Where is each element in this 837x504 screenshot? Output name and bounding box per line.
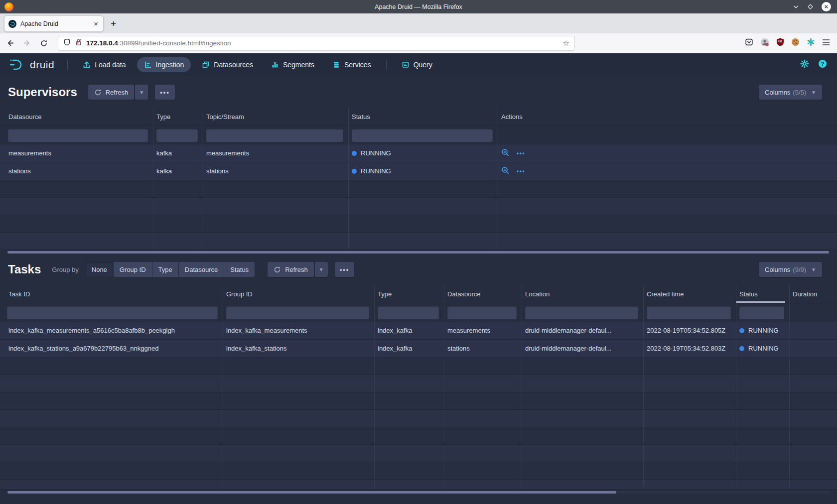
nav-item-query[interactable]: Query xyxy=(395,57,439,72)
supervisor-datasource-filter-input[interactable] xyxy=(8,129,148,142)
supervisor-status-filter-input[interactable] xyxy=(352,129,493,142)
supervisor-row[interactable]: stations kafka stations RUNNING ••• xyxy=(0,162,837,180)
column-header-type[interactable]: Type xyxy=(153,108,203,126)
tab-title: Apache Druid xyxy=(20,20,93,27)
empty-row xyxy=(0,375,837,392)
group-by-datasource-button[interactable]: Datasource xyxy=(179,262,224,277)
column-header-datasource[interactable]: Datasource xyxy=(0,108,153,126)
tracking-shield-icon[interactable] xyxy=(63,38,71,48)
supervisors-more-button[interactable]: ••• xyxy=(155,85,175,100)
empty-row xyxy=(0,480,837,490)
tab-apache-druid[interactable]: Apache Druid × xyxy=(4,15,104,32)
status-text: RUNNING xyxy=(361,167,391,175)
status-text: RUNNING xyxy=(748,345,779,352)
nav-item-segments[interactable]: Segments xyxy=(264,57,321,72)
ingestion-icon xyxy=(144,61,152,69)
task-row[interactable]: index_kafka_stations_a9a679b22795b63_nnk… xyxy=(0,340,837,358)
columns-count: (5/5) xyxy=(793,89,806,96)
supervisor-row[interactable]: measurements kafka measurements RUNNING … xyxy=(0,144,837,162)
task-id-filter-input[interactable] xyxy=(7,306,218,319)
tasks-columns-button[interactable]: Columns (9/9) ▼ xyxy=(759,262,822,277)
supervisors-columns-button[interactable]: Columns (5/5) ▼ xyxy=(759,85,822,100)
navbar-divider xyxy=(386,59,387,70)
druid-logo[interactable]: druid xyxy=(0,58,61,71)
column-header-task-id[interactable]: Task ID xyxy=(0,285,223,303)
task-status-filter-input[interactable] xyxy=(739,306,784,319)
tasks-more-button[interactable]: ••• xyxy=(335,262,355,277)
extension-asterisk-icon[interactable] xyxy=(807,38,815,48)
empty-row xyxy=(0,198,837,215)
pocket-icon[interactable] xyxy=(745,38,753,48)
refresh-icon xyxy=(274,266,281,273)
group-by-status-button[interactable]: Status xyxy=(224,262,255,277)
ublock-icon[interactable]: UO xyxy=(776,38,784,48)
account-icon[interactable] xyxy=(760,38,769,49)
task-id: index_kafka_stations_a9a679b22795b63_nnk… xyxy=(8,345,158,352)
task-group-id: index_kafka_stations xyxy=(226,345,286,352)
window-maximize-icon[interactable] xyxy=(807,3,814,10)
menu-hamburger-icon[interactable] xyxy=(822,39,830,48)
supervisors-refresh-button[interactable]: Refresh xyxy=(88,85,135,100)
column-header-datasource[interactable]: Datasource xyxy=(444,285,522,303)
firefox-window: Apache Druid — Mozilla Firefox Apache Dr… xyxy=(0,0,837,504)
supervisors-refresh-dropdown-button[interactable]: ▼ xyxy=(135,85,148,100)
task-location-filter-input[interactable] xyxy=(525,306,638,319)
columns-count: (9/9) xyxy=(793,266,806,273)
reload-icon[interactable] xyxy=(37,36,51,50)
new-tab-button[interactable]: + xyxy=(111,18,116,29)
tab-close-icon[interactable]: × xyxy=(93,19,99,28)
datasources-icon xyxy=(202,61,210,69)
column-header-group-id[interactable]: Group ID xyxy=(223,285,375,303)
insecure-lock-icon[interactable] xyxy=(75,38,82,48)
task-row[interactable]: index_kafka_measurements_a5616c5ba8afb8b… xyxy=(0,322,837,340)
task-datasource-filter-input[interactable] xyxy=(447,306,517,319)
view-supervisor-detail-icon[interactable] xyxy=(501,148,510,158)
url-bar[interactable]: 172.18.0.4:30899/unified-console.html#in… xyxy=(58,36,575,51)
supervisor-more-actions-icon[interactable]: ••• xyxy=(517,168,525,175)
task-type-filter-input[interactable] xyxy=(378,306,439,319)
nav-item-load-data[interactable]: Load data xyxy=(76,57,133,72)
nav-item-ingestion[interactable]: Ingestion xyxy=(137,57,191,72)
tasks-horizontal-scrollbar[interactable] xyxy=(0,491,837,494)
supervisor-type-filter-input[interactable] xyxy=(156,129,198,142)
column-header-status[interactable]: Status xyxy=(349,108,498,126)
column-header-location[interactable]: Location xyxy=(522,285,644,303)
columns-label: Columns xyxy=(765,266,790,273)
tasks-refresh-dropdown-button[interactable]: ▼ xyxy=(315,262,328,277)
nav-item-services[interactable]: Services xyxy=(325,57,378,72)
back-icon[interactable] xyxy=(3,36,17,50)
status-running-dot xyxy=(352,151,357,156)
window-shade-icon[interactable] xyxy=(793,3,799,10)
group-by-group-id-button[interactable]: Group ID xyxy=(114,262,152,277)
group-by-none-button[interactable]: None xyxy=(86,262,113,277)
refresh-icon xyxy=(94,89,102,96)
group-by-type-button[interactable]: Type xyxy=(152,262,178,277)
forward-icon[interactable] xyxy=(20,36,34,50)
settings-gear-icon[interactable] xyxy=(800,59,809,70)
load-data-icon xyxy=(83,61,91,69)
group-by-label: Group by xyxy=(52,266,78,273)
refresh-label: Refresh xyxy=(285,266,308,273)
chevron-down-icon: ▼ xyxy=(139,90,144,95)
empty-row xyxy=(0,427,837,445)
supervisors-header: Supervisors Refresh ▼ ••• Columns (5/5) … xyxy=(0,76,837,108)
tasks-refresh-button[interactable]: Refresh xyxy=(268,262,314,277)
supervisor-topic-filter-input[interactable] xyxy=(206,129,343,142)
druid-favicon-icon xyxy=(8,20,16,28)
column-header-created-time[interactable]: Created time xyxy=(644,285,736,303)
supervisor-more-actions-icon[interactable]: ••• xyxy=(517,150,525,157)
window-close-icon[interactable] xyxy=(822,2,831,11)
column-header-topic[interactable]: Topic/Stream xyxy=(203,108,349,126)
bookmark-star-icon[interactable]: ☆ xyxy=(563,39,569,48)
column-header-status-sorted[interactable]: Status xyxy=(736,285,790,303)
column-header-duration[interactable]: Duration xyxy=(790,285,837,303)
druid-logo-icon xyxy=(9,58,26,71)
cookie-icon[interactable] xyxy=(791,38,800,48)
view-supervisor-detail-icon[interactable] xyxy=(501,166,510,176)
supervisors-horizontal-scrollbar[interactable] xyxy=(0,251,837,254)
nav-item-datasources[interactable]: Datasources xyxy=(195,57,260,72)
column-header-type[interactable]: Type xyxy=(375,285,444,303)
task-group-id-filter-input[interactable] xyxy=(226,306,369,319)
task-created-time-filter-input[interactable] xyxy=(647,306,731,319)
help-icon[interactable]: ? xyxy=(818,59,827,70)
